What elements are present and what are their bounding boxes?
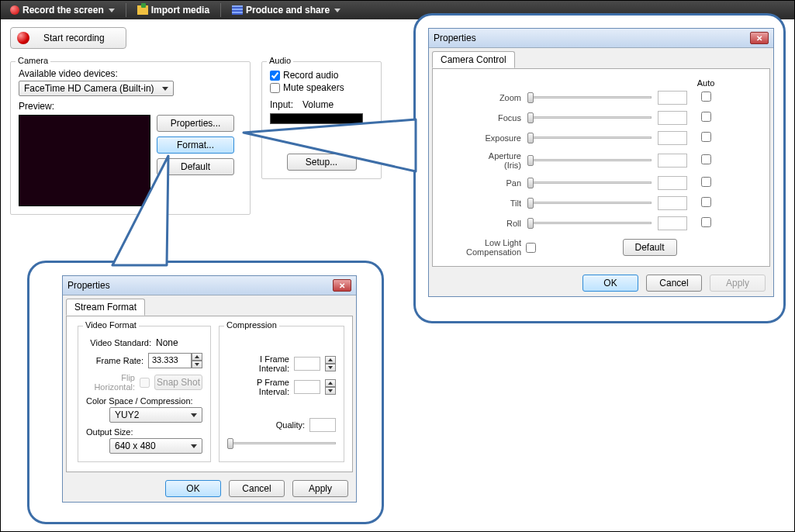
apply-button[interactable]: Apply xyxy=(710,275,766,292)
colorspace-dropdown[interactable]: YUY2 xyxy=(109,407,202,423)
pframe-label: P Frame Interval: xyxy=(227,378,289,396)
frame-rate-label: Frame Rate: xyxy=(86,356,143,365)
video-device-dropdown[interactable]: FaceTime HD Camera (Built-in) xyxy=(19,81,174,96)
dialog-title: Properties xyxy=(67,280,110,291)
produce-share-label: Produce and share xyxy=(246,5,330,16)
default-button[interactable]: Default xyxy=(157,158,234,175)
camera-group-title: Camera xyxy=(16,56,50,65)
ok-button[interactable]: OK xyxy=(582,275,638,292)
cc-slider[interactable] xyxy=(527,92,652,104)
stream-format-panel: Video Format Video Standard: None Frame … xyxy=(66,316,353,472)
record-screen-label: Record the screen xyxy=(22,5,104,16)
audio-group: Audio Record audio Mute speakers Input: … xyxy=(261,61,382,179)
cc-auto-checkbox[interactable] xyxy=(701,197,711,207)
cancel-button[interactable]: Cancel xyxy=(229,480,285,497)
cc-auto-checkbox[interactable] xyxy=(701,154,711,164)
record-audio-checkbox[interactable] xyxy=(270,71,280,81)
frame-rate-down[interactable] xyxy=(192,361,202,368)
pframe-input[interactable] xyxy=(294,380,320,394)
chevron-down-icon xyxy=(334,9,340,12)
apply-button[interactable]: Apply xyxy=(292,480,348,497)
format-button[interactable]: Format... xyxy=(157,136,234,154)
stream-format-tab[interactable]: Stream Format xyxy=(66,299,145,316)
cc-value-input[interactable] xyxy=(658,216,687,230)
cc-value-input[interactable] xyxy=(658,154,687,168)
output-size-dropdown[interactable]: 640 x 480 xyxy=(109,438,202,454)
ok-button[interactable]: OK xyxy=(165,480,221,497)
video-standard-label: Video Standard: xyxy=(86,338,151,347)
flip-horizontal-label: Flip Horizontal: xyxy=(86,373,135,392)
camera-properties-dialog: Properties ✕ Camera Control Auto ZoomFoc… xyxy=(428,28,774,297)
record-dot-icon xyxy=(17,32,29,44)
camera-default-button[interactable]: Default xyxy=(623,239,677,256)
colorspace-label: Color Space / Compression: xyxy=(86,396,202,406)
iframe-input[interactable] xyxy=(294,357,320,371)
cc-slider[interactable] xyxy=(527,112,652,124)
volume-meter xyxy=(270,113,363,124)
pframe-up[interactable] xyxy=(325,379,336,387)
cc-auto-checkbox[interactable] xyxy=(701,92,711,102)
cc-row-label: Zoom xyxy=(444,93,521,102)
toolbar-separator xyxy=(220,3,221,17)
iframe-label: I Frame Interval: xyxy=(227,354,289,373)
cc-value-input[interactable] xyxy=(658,176,687,190)
cc-auto-checkbox[interactable] xyxy=(701,132,711,142)
cc-value-input[interactable] xyxy=(658,196,687,210)
cc-value-input[interactable] xyxy=(658,91,687,105)
cc-auto-checkbox[interactable] xyxy=(701,177,711,187)
output-size-label: Output Size: xyxy=(86,427,202,437)
cc-value-input[interactable] xyxy=(658,131,687,145)
produce-share-menu[interactable]: Produce and share xyxy=(226,3,347,17)
record-audio-label: Record audio xyxy=(283,70,338,81)
record-screen-menu[interactable]: Record the screen xyxy=(4,3,121,17)
cc-slider[interactable] xyxy=(527,177,652,189)
video-standard-value: None xyxy=(156,337,202,348)
iframe-up[interactable] xyxy=(325,356,336,364)
record-icon xyxy=(10,5,19,15)
cc-row-label: Roll xyxy=(444,219,521,228)
iframe-down[interactable] xyxy=(325,364,336,371)
camera-control-tab[interactable]: Camera Control xyxy=(432,51,515,68)
preview-label: Preview: xyxy=(19,101,242,112)
volume-slider[interactable] xyxy=(270,129,363,141)
import-media-label: Import media xyxy=(151,5,209,16)
compression-fieldset: Compression I Frame Interval: P Frame In… xyxy=(219,326,344,462)
volume-label: Volume xyxy=(302,99,334,110)
audio-group-title: Audio xyxy=(267,56,293,65)
chevron-down-icon xyxy=(162,87,168,91)
start-recording-button[interactable]: Start recording xyxy=(10,27,126,49)
snapshot-button: Snap Shot xyxy=(154,375,202,390)
colorspace-value: YUY2 xyxy=(115,409,139,420)
quality-input[interactable] xyxy=(309,418,336,432)
quality-slider[interactable] xyxy=(227,437,336,451)
audio-setup-button[interactable]: Setup... xyxy=(287,154,357,171)
mute-speakers-label: Mute speakers xyxy=(283,82,344,93)
cc-slider[interactable] xyxy=(527,217,652,230)
cc-auto-checkbox[interactable] xyxy=(701,112,711,122)
pframe-down[interactable] xyxy=(325,387,336,395)
cc-auto-checkbox[interactable] xyxy=(701,217,711,227)
cc-slider[interactable] xyxy=(527,132,652,144)
flip-horizontal-checkbox xyxy=(140,378,150,388)
low-light-checkbox[interactable] xyxy=(526,243,536,253)
close-button[interactable]: ✕ xyxy=(333,279,351,292)
chevron-down-icon xyxy=(191,413,197,417)
toolbar-separator xyxy=(126,3,126,17)
camera-control-callout: Properties ✕ Camera Control Auto ZoomFoc… xyxy=(413,13,786,323)
cc-value-input[interactable] xyxy=(658,111,687,125)
cc-slider[interactable] xyxy=(527,154,652,167)
cancel-button[interactable]: Cancel xyxy=(646,275,702,292)
cc-slider[interactable] xyxy=(527,197,652,209)
import-media-button[interactable]: Import media xyxy=(131,3,216,17)
close-button[interactable]: ✕ xyxy=(750,32,769,44)
quality-label: Quality: xyxy=(227,420,305,430)
frame-rate-input[interactable]: 33.333 xyxy=(148,353,202,368)
folder-import-icon xyxy=(137,5,148,15)
low-light-label: Low Light Compensation xyxy=(444,238,521,257)
properties-button[interactable]: Properties... xyxy=(157,115,234,132)
frame-rate-up[interactable] xyxy=(192,353,202,361)
dialog-title: Properties xyxy=(434,33,476,43)
video-format-fieldset: Video Format Video Standard: None Frame … xyxy=(78,326,211,462)
mute-speakers-checkbox[interactable] xyxy=(270,83,280,93)
produce-icon xyxy=(232,5,243,15)
